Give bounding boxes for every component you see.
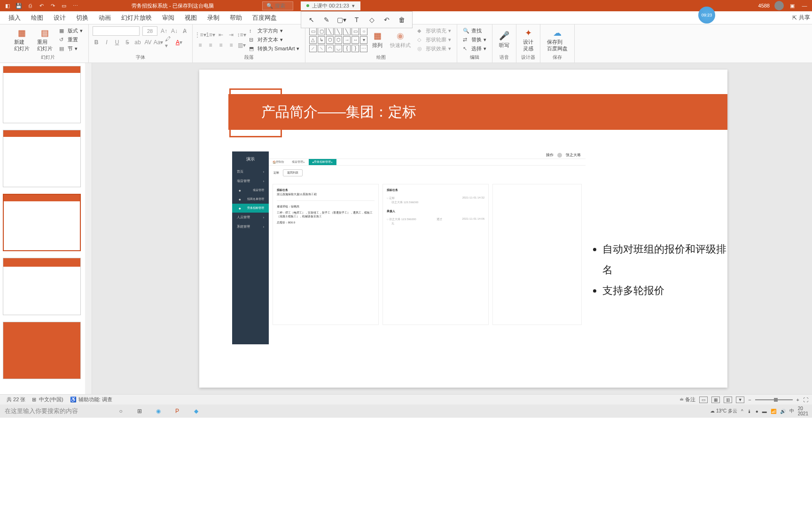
autosave-icon[interactable]: ◧ [4, 2, 11, 9]
tray-volume-icon[interactable]: 🔊 [780, 409, 786, 414]
tab-design[interactable]: 设计 [53, 12, 67, 24]
case-icon[interactable]: Aa▾ [155, 39, 162, 46]
tray-chevron-icon[interactable]: ^ [741, 409, 743, 414]
shape-gallery[interactable]: ▭▢╲╲╲▭○ △↳⬡⬡→↔▾ ⟋⟍◠◡{}⋯ [309, 28, 367, 52]
spacing-icon[interactable]: AV [144, 39, 152, 46]
tab-view[interactable]: 视图 [184, 12, 198, 24]
tray-icon[interactable]: ● [756, 409, 758, 414]
columns-icon[interactable]: ▥▾ [238, 41, 245, 49]
sorter-view-icon[interactable]: ▦ [711, 397, 720, 403]
undo-tool-icon[interactable]: ↶ [382, 15, 391, 24]
font-size-input[interactable] [142, 26, 157, 36]
reset-button[interactable]: ↺重置 [57, 36, 85, 44]
quick-style-button[interactable]: ◉ 快速样式 [387, 30, 414, 49]
tab-baidu[interactable]: 百度网盘 [251, 12, 278, 24]
normal-view-icon[interactable]: ▭ [699, 397, 708, 403]
align-text-button[interactable]: ⊟对齐文本 ▾ [247, 36, 301, 44]
trash-icon[interactable]: 🗑 [397, 15, 406, 24]
cursor-icon[interactable]: ↖ [307, 15, 316, 24]
text-icon[interactable]: T [352, 15, 361, 24]
tab-draw[interactable]: 绘图 [30, 12, 44, 24]
font-color-icon[interactable]: A▾ [175, 39, 183, 46]
tray-wifi-icon[interactable]: 📶 [771, 409, 776, 414]
clock-overlay[interactable]: 09:23 [698, 7, 715, 24]
taskbar-powerpoint-icon[interactable]: P [171, 405, 183, 417]
tab-transition[interactable]: 切换 [75, 12, 89, 24]
search-box[interactable]: 🔍 [262, 1, 293, 10]
line-spacing-icon[interactable]: ↕≡▾ [238, 31, 245, 39]
tray-clock[interactable]: 202021 [798, 406, 808, 416]
find-button[interactable]: 🔍查找 [461, 27, 488, 35]
thumbnail-scrollbar[interactable] [85, 63, 92, 394]
font-family-select[interactable] [93, 26, 140, 36]
smartart-button[interactable]: ⬒转换为 SmartArt ▾ [247, 45, 301, 53]
dictate-button[interactable]: 🎤 听写 [496, 30, 512, 49]
accessibility-status[interactable]: 辅助功能: 调查 [78, 396, 112, 403]
zoom-slider[interactable] [755, 399, 793, 400]
slide-thumbnail-panel[interactable] [0, 63, 92, 394]
taskbar-browser-icon[interactable]: ◉ [152, 405, 164, 417]
arrange-button[interactable]: ▦ 排列 [369, 30, 385, 49]
taskbar-taskview-icon[interactable]: ⊞ [133, 405, 146, 417]
fit-window-icon[interactable]: ⛶ [803, 397, 808, 403]
slide-title[interactable]: 产品简介——集团：定标 [228, 94, 727, 130]
indent-icon[interactable]: ⇥ [227, 31, 235, 39]
align-right-icon[interactable]: ≡ [217, 41, 225, 49]
weather-widget[interactable]: ☁ 13°C 多云 [710, 408, 737, 414]
slide-thumb[interactable] [3, 322, 81, 379]
clear-format-icon[interactable]: A̷ [181, 27, 188, 35]
outdent-icon[interactable]: ⇤ [217, 31, 225, 39]
tab-help[interactable]: 帮助 [229, 12, 243, 24]
present-icon[interactable]: ▭ [60, 2, 68, 9]
slide-thumb-current[interactable] [3, 194, 81, 251]
export-icon[interactable]: ⎙ [26, 2, 34, 9]
slide-thumb[interactable] [3, 130, 81, 187]
tray-icon[interactable]: 🌡 [747, 409, 752, 414]
user-avatar[interactable] [774, 1, 784, 10]
increase-font-icon[interactable]: A↑ [160, 27, 168, 35]
strike-icon[interactable]: S̶ [124, 39, 131, 46]
notes-button[interactable]: ≐ 备注 [679, 396, 695, 403]
align-center-icon[interactable]: ≡ [207, 41, 214, 49]
taskbar-cortana-icon[interactable]: ○ [115, 405, 127, 417]
tab-insert[interactable]: 插入 [8, 12, 22, 24]
language-indicator[interactable]: 中文(中国) [39, 396, 63, 403]
numbering-icon[interactable]: 1≡▾ [207, 31, 214, 39]
save-baidu-button[interactable]: ☁ 保存到 百度网盘 [544, 27, 570, 52]
slide-canvas[interactable]: 产品简介——集团：定标 演示 首页› 项目管理› ◆ 项目管理 ◆ 招商名单管理… [199, 70, 727, 388]
tab-record[interactable]: 录制 [206, 12, 220, 24]
reading-view-icon[interactable]: ▥ [724, 397, 732, 403]
class-timer[interactable]: 上课中 00:21:23 ▾ [301, 1, 360, 10]
minimize-icon[interactable]: — [801, 2, 808, 9]
slide-thumb[interactable] [3, 66, 81, 123]
zoom-out-icon[interactable]: − [748, 397, 751, 403]
shape-fill-button[interactable]: ◆形状填充 ▾ [415, 27, 453, 35]
more-icon[interactable]: ⋯ [71, 2, 79, 9]
underline-icon[interactable]: U [113, 39, 121, 46]
reuse-slide-button[interactable]: ▤ 重用 幻灯片 [34, 27, 55, 52]
save-icon[interactable]: 💾 [15, 2, 23, 9]
new-slide-button[interactable]: ▦ 新建 幻灯片 [11, 27, 32, 52]
redo-icon[interactable]: ↷ [49, 2, 56, 9]
eraser-icon[interactable]: ◇ [367, 15, 376, 24]
taskbar-search[interactable]: 在这里输入你要搜索的内容 [0, 407, 78, 415]
slide-editor[interactable]: 产品简介——集团：定标 演示 首页› 项目管理› ◆ 项目管理 ◆ 招商名单管理… [92, 63, 812, 394]
shadow-icon[interactable]: ab [134, 39, 141, 46]
bold-icon[interactable]: B [93, 39, 100, 46]
decrease-font-icon[interactable]: A↓ [171, 27, 178, 35]
slide-bullets[interactable]: 自动对班组的报价和评级排名 支持多轮报价 [593, 239, 727, 301]
share-button[interactable]: ⇱ 共享 [792, 14, 810, 22]
shape-icon[interactable]: ▢▾ [337, 15, 346, 24]
shape-outline-button[interactable]: ◇形状轮廓 ▾ [415, 36, 453, 44]
align-left-icon[interactable]: ≡ [196, 41, 204, 49]
layout-button[interactable]: ▦版式 ▾ [57, 27, 85, 35]
highlight-icon[interactable]: 🖍▾ [165, 39, 172, 46]
zoom-in-icon[interactable]: + [796, 397, 799, 403]
undo-icon[interactable]: ↶ [38, 2, 45, 9]
pen-icon[interactable]: ✎ [322, 15, 331, 24]
replace-button[interactable]: ⇄替换 ▾ [461, 36, 488, 44]
shape-effects-button[interactable]: ◎形状效果 ▾ [415, 45, 453, 53]
designer-button[interactable]: ✦ 设计 灵感 [520, 27, 536, 52]
justify-icon[interactable]: ≡ [227, 41, 235, 49]
ribbon-toggle-icon[interactable]: ▣ [789, 2, 796, 9]
